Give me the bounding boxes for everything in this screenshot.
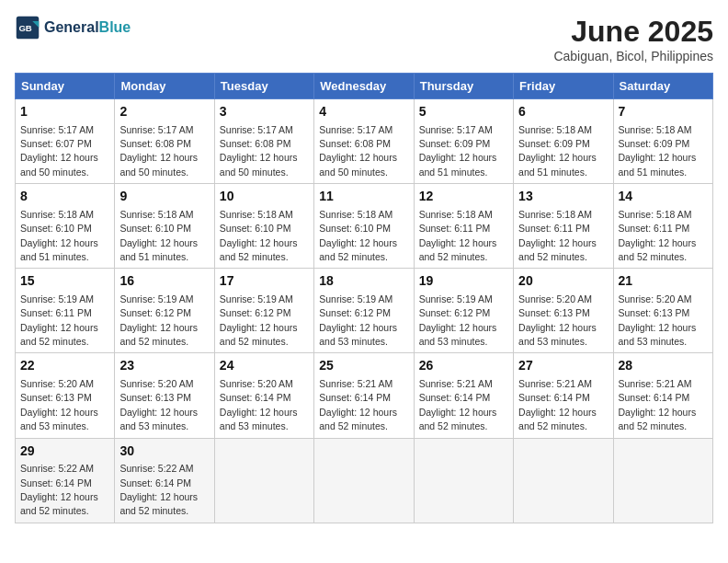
day-number: 19 (419, 272, 508, 291)
cell-info: Sunrise: 5:19 AMSunset: 6:12 PMDaylight:… (419, 293, 497, 347)
day-number: 6 (518, 103, 608, 121)
calendar-cell: 11Sunrise: 5:18 AMSunset: 6:10 PMDayligh… (314, 184, 414, 269)
cell-info: Sunrise: 5:19 AMSunset: 6:12 PMDaylight:… (220, 293, 298, 347)
day-number: 4 (319, 103, 408, 121)
cell-info: Sunrise: 5:22 AMSunset: 6:14 PMDaylight:… (119, 463, 198, 516)
day-number: 24 (220, 357, 309, 375)
cell-info: Sunrise: 5:20 AMSunset: 6:13 PMDaylight:… (20, 378, 98, 431)
calendar-cell: 2Sunrise: 5:17 AMSunset: 6:08 PMDaylight… (115, 99, 214, 184)
month-year-title: June 2025 (553, 15, 713, 49)
day-number: 29 (20, 442, 109, 461)
calendar-cell: 4Sunrise: 5:17 AMSunset: 6:08 PMDaylight… (314, 99, 414, 184)
day-number: 14 (619, 188, 708, 206)
cell-info: Sunrise: 5:19 AMSunset: 6:11 PMDaylight:… (20, 293, 98, 347)
cell-info: Sunrise: 5:17 AMSunset: 6:08 PMDaylight:… (319, 124, 397, 178)
calendar-cell: 12Sunrise: 5:18 AMSunset: 6:11 PMDayligh… (414, 184, 513, 269)
logo: GB GeneralBlue (15, 15, 131, 40)
day-number: 20 (518, 272, 608, 291)
cell-info: Sunrise: 5:21 AMSunset: 6:14 PMDaylight:… (319, 378, 397, 431)
calendar-cell: 28Sunrise: 5:21 AMSunset: 6:14 PMDayligh… (613, 353, 712, 438)
day-number: 15 (20, 272, 109, 291)
cell-info: Sunrise: 5:20 AMSunset: 6:13 PMDaylight:… (119, 378, 198, 431)
day-number: 5 (419, 103, 508, 121)
cell-info: Sunrise: 5:21 AMSunset: 6:14 PMDaylight:… (619, 378, 697, 431)
weekday-header-wednesday: Wednesday (314, 74, 414, 99)
calendar-week-row: 15Sunrise: 5:19 AMSunset: 6:11 PMDayligh… (16, 269, 713, 353)
page-header: GB GeneralBlue June 2025 Cabiguan, Bicol… (15, 15, 713, 63)
calendar-cell: 17Sunrise: 5:19 AMSunset: 6:12 PMDayligh… (214, 269, 313, 353)
cell-info: Sunrise: 5:18 AMSunset: 6:11 PMDaylight:… (419, 209, 497, 262)
calendar-cell: 23Sunrise: 5:20 AMSunset: 6:13 PMDayligh… (115, 353, 214, 438)
cell-info: Sunrise: 5:17 AMSunset: 6:07 PMDaylight:… (20, 124, 98, 178)
calendar-cell: 18Sunrise: 5:19 AMSunset: 6:12 PMDayligh… (314, 269, 414, 353)
day-number: 26 (419, 357, 508, 375)
day-number: 13 (518, 188, 608, 206)
calendar-cell: 8Sunrise: 5:18 AMSunset: 6:10 PMDaylight… (16, 184, 115, 269)
calendar-cell: 16Sunrise: 5:19 AMSunset: 6:12 PMDayligh… (115, 269, 214, 353)
day-number: 25 (319, 357, 408, 375)
cell-info: Sunrise: 5:18 AMSunset: 6:10 PMDaylight:… (20, 209, 98, 262)
calendar-week-row: 1Sunrise: 5:17 AMSunset: 6:07 PMDaylight… (16, 99, 713, 184)
day-number: 1 (20, 103, 109, 121)
location-subtitle: Cabiguan, Bicol, Philippines (553, 49, 713, 63)
calendar-cell (613, 438, 712, 523)
day-number: 21 (619, 272, 708, 291)
weekday-header-thursday: Thursday (414, 74, 513, 99)
day-number: 11 (319, 188, 408, 206)
cell-info: Sunrise: 5:18 AMSunset: 6:10 PMDaylight:… (119, 209, 198, 262)
day-number: 12 (419, 188, 508, 206)
day-number: 9 (119, 188, 209, 206)
calendar-cell: 24Sunrise: 5:20 AMSunset: 6:14 PMDayligh… (214, 353, 313, 438)
calendar-cell (314, 438, 414, 523)
calendar-cell: 29Sunrise: 5:22 AMSunset: 6:14 PMDayligh… (16, 438, 115, 523)
calendar-cell (514, 438, 613, 523)
calendar-cell: 9Sunrise: 5:18 AMSunset: 6:10 PMDaylight… (115, 184, 214, 269)
calendar-cell: 1Sunrise: 5:17 AMSunset: 6:07 PMDaylight… (16, 99, 115, 184)
calendar-cell: 25Sunrise: 5:21 AMSunset: 6:14 PMDayligh… (314, 353, 414, 438)
day-number: 27 (518, 357, 608, 375)
day-number: 22 (20, 357, 109, 375)
cell-info: Sunrise: 5:18 AMSunset: 6:09 PMDaylight:… (619, 124, 697, 178)
calendar-cell: 5Sunrise: 5:17 AMSunset: 6:09 PMDaylight… (414, 99, 513, 184)
weekday-header-monday: Monday (115, 74, 214, 99)
cell-info: Sunrise: 5:17 AMSunset: 6:08 PMDaylight:… (119, 124, 198, 178)
calendar-cell: 21Sunrise: 5:20 AMSunset: 6:13 PMDayligh… (613, 269, 712, 353)
cell-info: Sunrise: 5:19 AMSunset: 6:12 PMDaylight:… (119, 293, 198, 347)
calendar-cell: 10Sunrise: 5:18 AMSunset: 6:10 PMDayligh… (214, 184, 313, 269)
weekday-header-sunday: Sunday (16, 74, 115, 99)
cell-info: Sunrise: 5:21 AMSunset: 6:14 PMDaylight:… (419, 378, 497, 431)
calendar-week-row: 29Sunrise: 5:22 AMSunset: 6:14 PMDayligh… (16, 438, 713, 523)
cell-info: Sunrise: 5:20 AMSunset: 6:13 PMDaylight:… (619, 293, 697, 347)
weekday-header-friday: Friday (514, 74, 613, 99)
calendar-cell: 26Sunrise: 5:21 AMSunset: 6:14 PMDayligh… (414, 353, 513, 438)
day-number: 18 (319, 272, 408, 291)
cell-info: Sunrise: 5:21 AMSunset: 6:14 PMDaylight:… (518, 378, 597, 431)
calendar-cell: 14Sunrise: 5:18 AMSunset: 6:11 PMDayligh… (613, 184, 712, 269)
calendar-cell (414, 438, 513, 523)
calendar-cell: 3Sunrise: 5:17 AMSunset: 6:08 PMDaylight… (214, 99, 313, 184)
calendar-cell: 7Sunrise: 5:18 AMSunset: 6:09 PMDaylight… (613, 99, 712, 184)
calendar-cell: 27Sunrise: 5:21 AMSunset: 6:14 PMDayligh… (514, 353, 613, 438)
calendar-table: SundayMondayTuesdayWednesdayThursdayFrid… (15, 73, 713, 523)
cell-info: Sunrise: 5:22 AMSunset: 6:14 PMDaylight:… (20, 463, 98, 516)
day-number: 16 (119, 272, 209, 291)
cell-info: Sunrise: 5:18 AMSunset: 6:10 PMDaylight:… (319, 209, 397, 262)
calendar-cell: 30Sunrise: 5:22 AMSunset: 6:14 PMDayligh… (115, 438, 214, 523)
calendar-cell: 13Sunrise: 5:18 AMSunset: 6:11 PMDayligh… (514, 184, 613, 269)
day-number: 8 (20, 188, 109, 206)
cell-info: Sunrise: 5:17 AMSunset: 6:09 PMDaylight:… (419, 124, 497, 178)
calendar-cell: 15Sunrise: 5:19 AMSunset: 6:11 PMDayligh… (16, 269, 115, 353)
calendar-cell: 22Sunrise: 5:20 AMSunset: 6:13 PMDayligh… (16, 353, 115, 438)
day-number: 23 (119, 357, 209, 375)
cell-info: Sunrise: 5:19 AMSunset: 6:12 PMDaylight:… (319, 293, 397, 347)
logo-icon: GB (15, 15, 40, 40)
svg-text:GB: GB (18, 23, 31, 33)
day-number: 17 (220, 272, 309, 291)
cell-info: Sunrise: 5:18 AMSunset: 6:09 PMDaylight:… (518, 124, 597, 178)
calendar-week-row: 8Sunrise: 5:18 AMSunset: 6:10 PMDaylight… (16, 184, 713, 269)
cell-info: Sunrise: 5:20 AMSunset: 6:13 PMDaylight:… (518, 293, 597, 347)
day-number: 30 (119, 442, 209, 461)
cell-info: Sunrise: 5:18 AMSunset: 6:11 PMDaylight:… (619, 209, 697, 262)
logo-text: GeneralBlue (44, 19, 131, 36)
day-number: 10 (220, 188, 309, 206)
